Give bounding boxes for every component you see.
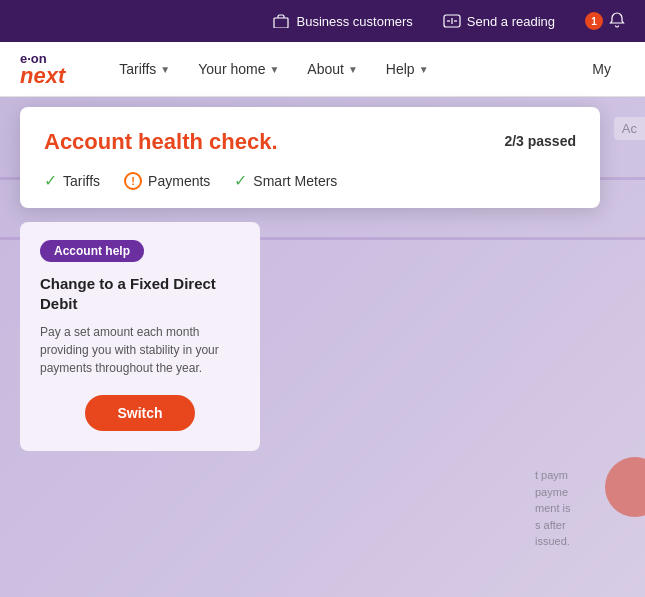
check-icon-smart-meters: ✓ xyxy=(234,171,247,190)
smart-meters-health-label: Smart Meters xyxy=(253,173,337,189)
nav-your-home[interactable]: Your home ▼ xyxy=(184,42,293,97)
help-card-title: Change to a Fixed Direct Debit xyxy=(40,274,240,313)
notifications-link[interactable]: 1 xyxy=(585,12,625,31)
help-label: Help xyxy=(386,61,415,77)
account-help-badge: Account help xyxy=(40,240,144,262)
about-label: About xyxy=(307,61,344,77)
help-card-desc: Pay a set amount each month providing yo… xyxy=(40,323,240,377)
switch-button[interactable]: Switch xyxy=(85,395,194,431)
your-home-label: Your home xyxy=(198,61,265,77)
my-label: My xyxy=(592,61,611,77)
tariffs-chevron-icon: ▼ xyxy=(160,64,170,75)
health-item-tariffs: ✓ Tariffs xyxy=(44,171,100,190)
notification-badge: 1 xyxy=(585,12,603,30)
about-chevron-icon: ▼ xyxy=(348,64,358,75)
send-reading-label: Send a reading xyxy=(467,14,555,29)
send-reading-link[interactable]: Send a reading xyxy=(443,12,555,30)
health-header: Account health check. 2/3 passed xyxy=(44,129,576,155)
business-customers-label: Business customers xyxy=(296,14,412,29)
help-chevron-icon: ▼ xyxy=(419,64,429,75)
health-item-payments: ! Payments xyxy=(124,172,210,190)
warn-icon-payments: ! xyxy=(124,172,142,190)
nav-tariffs[interactable]: Tariffs ▼ xyxy=(105,42,184,97)
logo-next-text: next xyxy=(20,65,65,87)
briefcase-icon xyxy=(272,12,290,30)
account-help-card: Account help Change to a Fixed Direct De… xyxy=(20,222,260,451)
nav-bar: e·on next Tariffs ▼ Your home ▼ About ▼ … xyxy=(0,42,645,97)
your-home-chevron-icon: ▼ xyxy=(269,64,279,75)
tariffs-health-label: Tariffs xyxy=(63,173,100,189)
top-bar: Business customers Send a reading 1 xyxy=(0,0,645,42)
payments-health-label: Payments xyxy=(148,173,210,189)
business-customers-link[interactable]: Business customers xyxy=(272,12,412,30)
passed-badge: 2/3 passed xyxy=(504,133,576,149)
tariffs-label: Tariffs xyxy=(119,61,156,77)
modal-overlay: Account health check. 2/3 passed ✓ Tarif… xyxy=(0,97,645,597)
nav-about[interactable]: About ▼ xyxy=(293,42,372,97)
bell-icon xyxy=(609,12,625,31)
meter-icon xyxy=(443,12,461,30)
health-item-smart-meters: ✓ Smart Meters xyxy=(234,171,337,190)
svg-rect-0 xyxy=(274,18,288,28)
check-icon-tariffs: ✓ xyxy=(44,171,57,190)
nav-help[interactable]: Help ▼ xyxy=(372,42,443,97)
nav-my[interactable]: My xyxy=(578,61,625,77)
logo[interactable]: e·on next xyxy=(20,52,65,87)
health-check-title: Account health check. xyxy=(44,129,278,155)
health-items: ✓ Tariffs ! Payments ✓ Smart Meters xyxy=(44,171,576,190)
nav-items: Tariffs ▼ Your home ▼ About ▼ Help ▼ xyxy=(105,42,578,97)
health-check-card: Account health check. 2/3 passed ✓ Tarif… xyxy=(20,107,600,208)
